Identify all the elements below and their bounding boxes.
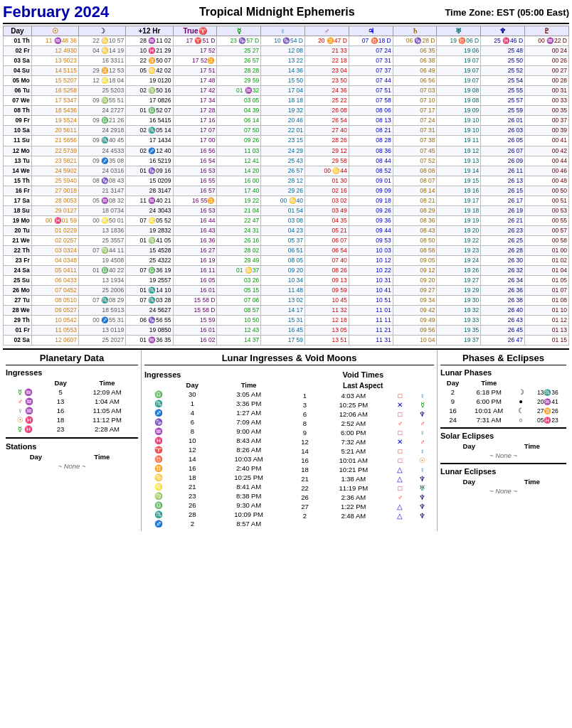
cal-cell: 10 ♑54 D (261, 36, 305, 46)
li-time-val: 9:30 AM (211, 500, 287, 510)
cal-cell: 21 04 (217, 205, 261, 215)
cal-cell: 15 50 (261, 76, 305, 86)
cal-cell: 26 57 (261, 166, 305, 176)
vt-time: 2:36 AM (317, 493, 389, 502)
vt-planet: ♀ (411, 446, 434, 456)
vt-day: 8 (292, 419, 318, 428)
cal-cell: 22 ♋10 57 (79, 36, 126, 46)
li-time-val: 8:57 AM (211, 519, 287, 528)
cal-cell: 07 06 (217, 296, 261, 306)
lunar-eclipses-title: Lunar Eclipses (440, 467, 566, 476)
cal-cell: 00 58 (525, 235, 569, 245)
cal-cell: 19 23 (437, 245, 481, 255)
void-time-row: 612:06 AM□♆ (292, 410, 435, 419)
vt-aspect: △ (389, 474, 411, 483)
cal-cell: 07 31 (349, 56, 393, 66)
li-day-val: 21 (174, 482, 211, 491)
vt-aspect: ♂ (389, 419, 411, 428)
cal-cell: 01 10 (525, 306, 569, 316)
lunar-ingress-row: ♎303:05 AM (144, 390, 287, 399)
cal-cell: 00 57 (525, 225, 569, 235)
vt-planet: ♆ (411, 511, 434, 520)
cal-cell: 16 56 (173, 146, 217, 156)
cal-cell: 25 5203 (79, 86, 126, 96)
cal-cell: 16 01 (173, 286, 217, 296)
vt-time: 12:06 AM (317, 410, 389, 419)
cal-cell: 02 0257 (31, 235, 78, 245)
col-venus: ♀ (261, 26, 305, 36)
table-row: 22 Th03 032407 ♍44 1115 452816 2728 0206… (4, 245, 569, 255)
cal-cell: 01 08 (525, 296, 569, 306)
vt-time: 7:32 AM (317, 437, 389, 446)
cal-cell: 29 0127 (31, 205, 78, 215)
li-sign-sym: ♍ (144, 491, 174, 500)
cal-cell: 10 34 (261, 276, 305, 286)
se-day: Day (440, 441, 498, 451)
cal-cell: 17 04 (261, 86, 305, 96)
cal-cell: 16 5258 (31, 86, 78, 96)
cal-cell: 09 ♏40 45 (79, 136, 126, 146)
pi-time: 1:04 AM (76, 397, 138, 406)
table-row: 13 Tu23 582109 ♐35 0816 521916 5412 4125… (4, 156, 569, 166)
vt-time: 4:03 AM (317, 391, 389, 400)
table-row: 19 Mo00 ♓01 5900 ♌50 0107 ♌05 5216 4422 … (4, 215, 569, 225)
cal-cell: 09 20 (261, 266, 305, 276)
cal-cell: 07 We (4, 96, 32, 106)
cal-cell: 29 ♊12 53 (79, 66, 126, 76)
cal-cell: 01 ♋37 (217, 266, 261, 276)
planetary-ingresses-table: Day Time ☿ ♒512:09 AM♂ ♒131:04 AM♀ ♒1611… (6, 378, 138, 434)
cal-cell: 08 58 (393, 245, 437, 255)
cal-cell: 09 53 (349, 235, 393, 245)
cal-cell: 00 35 (525, 106, 569, 116)
cal-cell: 16 5415 (126, 116, 173, 126)
vt-time: 2:52 AM (317, 419, 389, 428)
vt-planet: ♀ (411, 391, 434, 400)
cal-cell: 17 28 (173, 106, 217, 116)
cal-cell: 10 50 (217, 316, 261, 326)
lunar-ingress-row: ♒89:00 AM (144, 427, 287, 436)
cal-cell: 05 37 (261, 235, 305, 245)
cal-cell: 19 16 (437, 186, 481, 196)
cal-cell: 13 Tu (4, 156, 32, 166)
cal-cell: 13 1836 (79, 225, 126, 235)
table-row: 02 Sa12 060725 202701 ♒36 3516 0214 3717… (4, 336, 569, 346)
cal-cell: 06 54 (305, 245, 349, 255)
cal-cell: 23 15 (261, 136, 305, 146)
cal-cell: 15 59 (173, 316, 217, 326)
cal-cell: 00 46 (525, 166, 569, 176)
li-day-val: 16 (174, 464, 211, 473)
table-row: 09 Fr19 552409 ♎21 2616 541517 1606 1420… (4, 116, 569, 126)
cal-cell: 07 51 (349, 86, 393, 96)
cal-cell: 11 Su (4, 136, 32, 146)
cal-cell: 09 36 (349, 215, 393, 225)
lp-time-val: 7:31 AM (465, 415, 512, 424)
lunar-ingress-row: ♓108:43 AM (144, 436, 287, 445)
lunar-ingresses-panel: Lunar Ingresses & Void Moons Ingresses D… (142, 350, 438, 531)
li-sign-sym: ♎ (144, 500, 174, 510)
cal-cell: 12 08 (261, 46, 305, 56)
st-time: Time (66, 452, 138, 461)
cal-cell: 16 57 (173, 186, 217, 196)
stations-table: Day Time ~ None ~ (6, 452, 138, 471)
cal-cell: 26 07 (481, 146, 525, 156)
cal-cell: 03 05 (217, 96, 261, 106)
cal-cell: 09 42 (393, 306, 437, 316)
cal-cell: 25 5940 (31, 176, 78, 186)
cal-cell: 06 Tu (4, 86, 32, 96)
cal-cell: 08 14 (393, 186, 437, 196)
cal-cell: 28 12 (261, 176, 305, 186)
cal-cell: 19 07 (437, 66, 481, 76)
cal-cell: 13 05 (305, 326, 349, 336)
table-row: 03 Sa13 502316 331122 ♊50 0717 52♊26 571… (4, 56, 569, 66)
lp-phase (512, 378, 529, 387)
vt-aspect: ✕ (389, 400, 411, 410)
pi-day: 13 (45, 397, 76, 406)
cal-cell: 00 ♒22 D (525, 36, 569, 46)
lp-detail: 05♓23 (529, 415, 566, 424)
cal-cell: 28 We (4, 306, 32, 316)
cal-cell: 08 52 (349, 166, 393, 176)
cal-cell: 05 21 (305, 225, 349, 235)
cal-cell: 09 26 (217, 136, 261, 146)
cal-cell: 19 32 (261, 106, 305, 116)
cal-cell: 17 0826 (126, 96, 173, 106)
